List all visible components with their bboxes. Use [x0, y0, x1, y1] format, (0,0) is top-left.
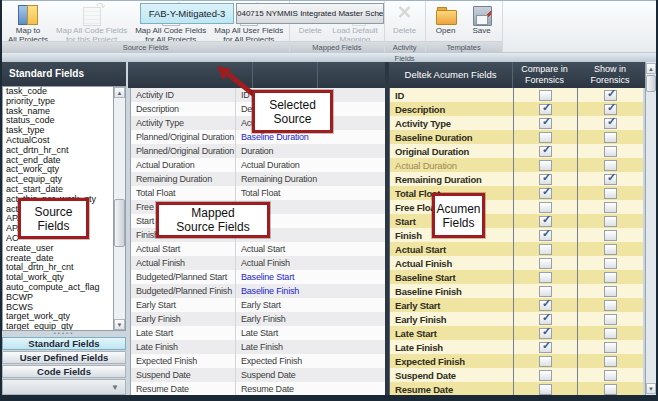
acumen-field-row[interactable]: Suspend Date — [390, 368, 643, 382]
acumen-field-row[interactable]: Original Duration — [390, 144, 643, 158]
list-item[interactable]: total_drtn_hr_cnt — [3, 263, 113, 273]
compare-checkbox[interactable] — [539, 370, 552, 381]
mapping-row[interactable]: Late FinishLate Finish — [131, 340, 385, 354]
compare-checkbox[interactable] — [539, 202, 552, 213]
show-checkbox[interactable] — [604, 328, 617, 339]
mapped-field-cell[interactable]: Suspend Date — [235, 368, 385, 382]
mapped-field-cell[interactable]: Expected Finish — [235, 354, 385, 368]
list-item[interactable]: auto_compute_act_flag — [3, 283, 113, 293]
mapping-row[interactable]: Budgeted/Planned StartBaseline Start — [131, 270, 385, 284]
mapped-field-cell[interactable]: Actual Finish — [235, 256, 385, 270]
acumen-field-row[interactable]: Early Finish — [390, 312, 643, 326]
show-checkbox[interactable] — [604, 370, 617, 381]
show-checkbox[interactable] — [604, 174, 617, 185]
show-checkbox[interactable] — [604, 286, 617, 297]
compare-checkbox[interactable] — [539, 188, 552, 199]
show-checkbox[interactable] — [604, 90, 617, 101]
acumen-field-row[interactable]: Actual Finish — [390, 256, 643, 270]
list-item[interactable]: task_code — [3, 87, 113, 97]
show-checkbox[interactable] — [604, 202, 617, 213]
acumen-field-row[interactable]: Expected Finish — [390, 354, 643, 368]
compare-checkbox[interactable] — [539, 160, 552, 171]
list-item[interactable]: act_start_date — [3, 185, 113, 195]
compare-checkbox[interactable] — [539, 300, 552, 311]
acumen-field-row[interactable]: Start — [390, 214, 643, 228]
compare-checkbox[interactable] — [539, 314, 552, 325]
mapping-row[interactable]: Actual FinishActual Finish — [131, 256, 385, 270]
sidebar-nav-user-defined-fields[interactable]: User Defined Fields — [2, 351, 126, 364]
mapped-field-cell[interactable]: Early Finish — [235, 312, 385, 326]
mapping-row[interactable]: Budgeted/Planned FinishBaseline Finish — [131, 284, 385, 298]
scrollbar-thumb[interactable] — [646, 75, 656, 92]
compare-checkbox[interactable] — [539, 174, 552, 185]
compare-checkbox[interactable] — [539, 230, 552, 241]
mapping-row[interactable]: Early StartEarly Start — [131, 298, 385, 312]
show-checkbox[interactable] — [604, 216, 617, 227]
list-item[interactable]: ActualCost — [3, 136, 113, 146]
show-checkbox[interactable] — [604, 300, 617, 311]
acumen-field-row[interactable]: Activity Type — [390, 116, 643, 130]
compare-checkbox[interactable] — [539, 118, 552, 129]
mapped-field-cell[interactable]: Remaining Duration — [235, 172, 385, 186]
list-item[interactable]: task_type — [3, 126, 113, 136]
compare-checkbox[interactable] — [539, 272, 552, 283]
compare-checkbox[interactable] — [539, 216, 552, 227]
mapping-row[interactable]: Planned/Original DurationDuration — [131, 144, 385, 158]
ribbon-button-map-to-all-projects[interactable]: Map toAll Projects — [4, 2, 52, 44]
list-item[interactable]: status_code — [3, 116, 113, 126]
compare-checkbox[interactable] — [539, 244, 552, 255]
acumen-field-row[interactable]: ID — [390, 88, 643, 102]
scrollbar-thumb[interactable] — [114, 199, 125, 247]
acumen-field-row[interactable]: Free Float — [390, 200, 643, 214]
list-item[interactable]: BCWS — [3, 303, 113, 313]
mapping-row[interactable]: Total FloatTotal Float — [131, 186, 385, 200]
sidebar-nav-code-fields[interactable]: Code Fields — [2, 365, 126, 378]
mapped-field-cell[interactable]: Total Float — [235, 186, 385, 200]
ribbon-button-open[interactable]: Open — [428, 2, 464, 36]
list-item[interactable]: task_name — [3, 107, 113, 117]
list-item[interactable]: create_user — [3, 244, 113, 254]
show-checkbox[interactable] — [604, 188, 617, 199]
list-item[interactable]: priority_type — [3, 97, 113, 107]
acumen-field-row[interactable]: Late Start — [390, 326, 643, 340]
compare-checkbox[interactable] — [539, 258, 552, 269]
acumen-field-row[interactable]: Late Finish — [390, 340, 643, 354]
mapping-row[interactable]: Late StartLate Start — [131, 326, 385, 340]
scroll-down-icon[interactable]: ▼ — [114, 319, 125, 330]
mapping-row[interactable]: Resume DateResume Date — [131, 382, 385, 396]
source-tab-040715-nymmis-integrated[interactable]: 040715 NYMMIS Integrated Master Schedule — [236, 3, 384, 24]
sidebar-nav-standard-fields[interactable]: Standard Fields — [2, 337, 126, 350]
list-item[interactable]: act_equip_qty — [3, 175, 113, 185]
mapping-row[interactable]: Suspend DateSuspend Date — [131, 368, 385, 382]
mapping-row[interactable]: Actual DurationActual Duration — [131, 158, 385, 172]
list-item[interactable]: act_end_date — [3, 156, 113, 166]
compare-checkbox[interactable] — [539, 286, 552, 297]
compare-checkbox[interactable] — [539, 328, 552, 339]
mapping-row[interactable]: Actual StartActual Start — [131, 242, 385, 256]
acumen-field-row[interactable]: Description — [390, 102, 643, 116]
mapping-row[interactable]: Expected FinishExpected Finish — [131, 354, 385, 368]
list-item[interactable]: BCWP — [3, 293, 113, 303]
compare-checkbox[interactable] — [539, 384, 552, 395]
mapped-field-cell[interactable]: Late Finish — [235, 340, 385, 354]
mapping-row[interactable]: Remaining DurationRemaining Duration — [131, 172, 385, 186]
show-checkbox[interactable] — [604, 356, 617, 367]
mapped-field-cell[interactable]: Actual Duration — [235, 158, 385, 172]
mapped-field-cell[interactable]: Actual Start — [235, 242, 385, 256]
acumen-field-row[interactable]: Remaining Duration — [390, 172, 643, 186]
acumen-field-row[interactable]: Early Start — [390, 298, 643, 312]
acumen-field-row[interactable]: Baseline Duration — [390, 130, 643, 144]
source-tab-fab-y-mitigated-3[interactable]: FAB-Y-Mitigated-3 — [140, 3, 234, 24]
show-checkbox[interactable] — [604, 272, 617, 283]
acumen-field-row[interactable]: Actual Duration — [390, 158, 643, 172]
show-checkbox[interactable] — [604, 118, 617, 129]
show-checkbox[interactable] — [604, 104, 617, 115]
acumen-field-row[interactable]: Actual Start — [390, 242, 643, 256]
scroll-up-icon[interactable]: ▲ — [114, 87, 125, 98]
mapped-field-cell[interactable]: Duration — [235, 144, 385, 158]
acumen-field-row[interactable]: Finish — [390, 228, 643, 242]
show-checkbox[interactable] — [604, 314, 617, 325]
mapped-field-cell[interactable]: Baseline Start — [235, 270, 385, 284]
ribbon-button-save[interactable]: Save — [464, 2, 500, 36]
mapped-field-cell[interactable]: Baseline Finish — [235, 284, 385, 298]
